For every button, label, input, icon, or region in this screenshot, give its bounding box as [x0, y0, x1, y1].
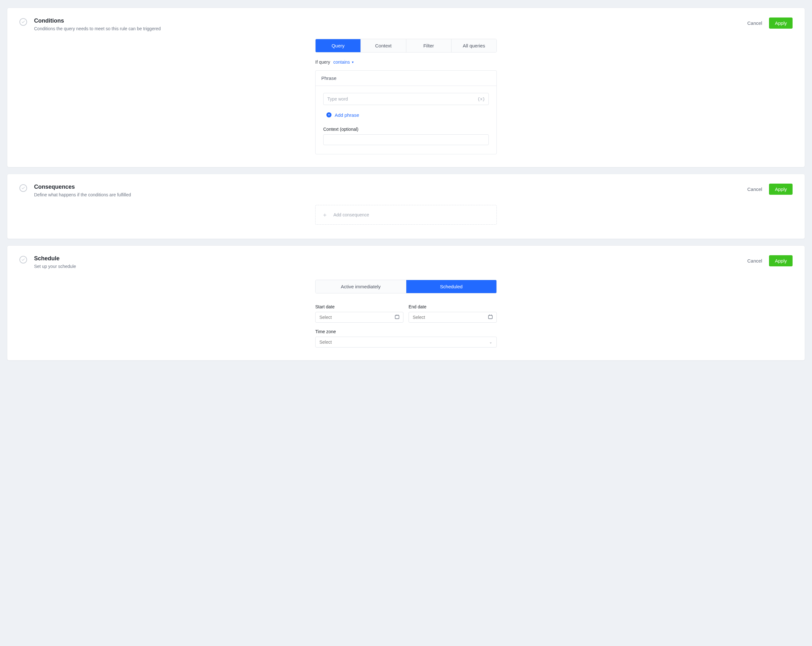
tab-filter[interactable]: Filter	[406, 39, 452, 52]
cancel-button[interactable]: Cancel	[747, 258, 762, 264]
phrase-input[interactable]	[323, 93, 489, 105]
schedule-title: Schedule	[34, 255, 747, 262]
plus-icon: ＋	[322, 211, 328, 219]
check-circle-icon	[20, 256, 27, 264]
apply-button[interactable]: Apply	[769, 17, 792, 29]
consequences-title: Consequences	[34, 184, 747, 190]
conditions-subtitle: Conditions the query needs to meet so th…	[34, 26, 747, 31]
tab-active-immediately[interactable]: Active immediately	[316, 280, 406, 293]
time-zone-label: Time zone	[315, 329, 497, 334]
plus-circle-icon: +	[327, 112, 331, 117]
add-phrase-button[interactable]: + Add phrase	[327, 112, 359, 118]
schedule-subtitle: Set up your schedule	[34, 264, 747, 269]
chevron-down-icon: ⌄	[489, 340, 492, 344]
chevron-down-icon: ▾	[352, 60, 354, 64]
tab-scheduled[interactable]: Scheduled	[406, 280, 497, 293]
time-zone-select[interactable]	[315, 337, 497, 347]
check-circle-icon	[20, 18, 27, 26]
consequences-subtitle: Define what happens if the conditions ar…	[34, 192, 747, 197]
check-circle-icon	[20, 184, 27, 192]
conditions-title: Conditions	[34, 17, 747, 24]
if-query-label: If query	[315, 59, 330, 65]
calendar-icon	[488, 314, 493, 320]
tab-query[interactable]: Query	[316, 39, 361, 52]
context-label: Context (optional)	[323, 126, 489, 132]
conditions-tabs: Query Context Filter All queries	[315, 39, 497, 52]
start-date-label: Start date	[315, 304, 403, 309]
add-consequence-button[interactable]: ＋ Add consequence	[315, 205, 497, 225]
add-phrase-label: Add phrase	[335, 112, 359, 118]
consequences-card: Consequences Define what happens if the …	[7, 174, 805, 239]
schedule-card: Schedule Set up your schedule Cancel App…	[7, 245, 805, 361]
apply-button[interactable]: Apply	[769, 255, 792, 267]
cancel-button[interactable]: Cancel	[747, 20, 762, 26]
svg-rect-3	[488, 315, 492, 318]
context-input[interactable]	[323, 134, 489, 145]
variable-icon[interactable]: {x}	[478, 97, 485, 102]
schedule-tabs: Active immediately Scheduled	[315, 280, 497, 293]
tab-all-queries[interactable]: All queries	[452, 39, 496, 52]
end-date-input[interactable]	[409, 312, 497, 323]
phrase-panel: Phrase {x} + Add phrase Context (optiona…	[315, 70, 497, 154]
conditions-card: Conditions Conditions the query needs to…	[7, 8, 805, 168]
match-mode-dropdown[interactable]: contains ▾	[333, 59, 354, 65]
svg-rect-0	[395, 315, 399, 318]
tab-context[interactable]: Context	[361, 39, 406, 52]
phrase-panel-title: Phrase	[316, 71, 496, 85]
match-mode-value: contains	[333, 59, 350, 65]
end-date-label: End date	[409, 304, 497, 309]
start-date-input[interactable]	[315, 312, 403, 323]
apply-button[interactable]: Apply	[769, 184, 792, 195]
cancel-button[interactable]: Cancel	[747, 186, 762, 192]
calendar-icon	[395, 314, 400, 320]
add-consequence-label: Add consequence	[333, 212, 369, 217]
